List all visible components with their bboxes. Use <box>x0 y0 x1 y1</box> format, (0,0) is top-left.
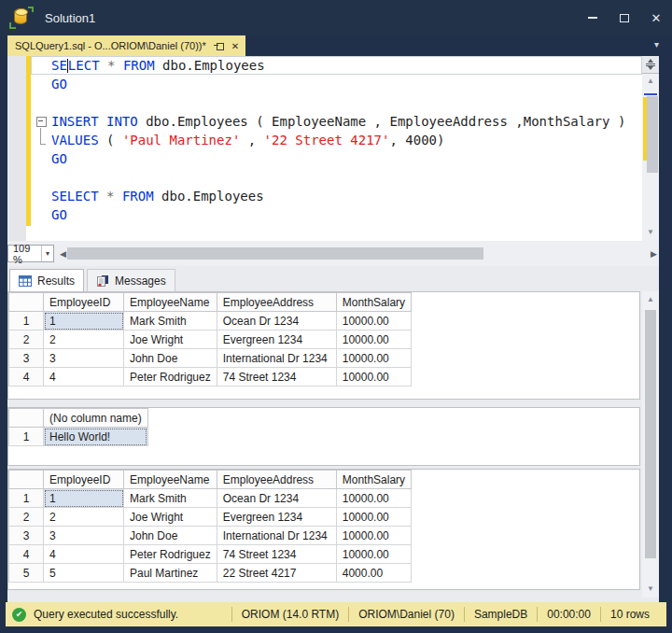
scroll-down-icon[interactable]: ▼ <box>642 584 659 594</box>
grid-cell[interactable]: Evergreen 1234 <box>217 508 336 527</box>
tab-messages[interactable]: Messages <box>87 269 175 291</box>
column-header[interactable]: MonthSalary <box>336 293 411 312</box>
grid-cell[interactable]: 4 <box>44 368 124 387</box>
column-header[interactable]: EmployeeAddress <box>217 471 336 489</box>
grid-cell[interactable]: 10000.00 <box>336 489 411 508</box>
grid-cell[interactable]: 2 <box>44 508 124 527</box>
grid-cell[interactable]: 74 Street 1234 <box>217 545 336 564</box>
grid-cell[interactable]: 10000.00 <box>336 508 411 527</box>
scroll-right-icon[interactable]: ▶ <box>651 249 657 259</box>
tab-list-dropdown-icon[interactable]: ▾ <box>654 39 659 49</box>
tab-results[interactable]: Results <box>9 269 84 291</box>
grid-cell[interactable]: Joe Wright <box>124 331 217 349</box>
grid-cell[interactable]: 3 <box>44 527 124 545</box>
grid-cell[interactable]: 4000.00 <box>336 564 411 583</box>
grid-cell[interactable]: Joe Wright <box>124 508 217 527</box>
selected-grid-cell[interactable]: Hello World! <box>44 428 148 446</box>
code-line[interactable]: SELECT * FROM dbo.Employees <box>31 187 642 205</box>
grid-cell[interactable]: 4 <box>44 545 124 564</box>
grid-corner-cell[interactable] <box>9 471 44 489</box>
column-header[interactable]: EmployeeAddress <box>217 293 336 312</box>
minimize-button[interactable] <box>577 0 609 35</box>
column-header[interactable]: (No column name) <box>44 409 148 428</box>
code-line[interactable] <box>31 93 642 112</box>
grid-cell[interactable]: 3 <box>44 349 124 368</box>
window-title: Solution1 <box>45 11 95 25</box>
row-header[interactable]: 1 <box>9 489 44 508</box>
column-header[interactable]: EmployeeName <box>124 471 217 489</box>
selected-grid-cell[interactable]: 1 <box>44 312 124 331</box>
row-header[interactable]: 1 <box>9 428 44 446</box>
scroll-down-icon[interactable]: ▼ <box>642 228 659 237</box>
code-line[interactable]: INSERT INTO dbo.Employees ( EmployeeName… <box>31 112 642 131</box>
grid-cell[interactable]: Peter Rodriguez <box>124 545 217 564</box>
zoom-level-select[interactable]: 109 % ▾ <box>7 245 54 262</box>
grid-cell[interactable]: 2 <box>44 331 124 349</box>
row-header[interactable]: 5 <box>9 564 44 583</box>
grid-cell[interactable]: 22 Street 4217 <box>217 564 336 583</box>
grid-corner-cell[interactable] <box>9 409 44 428</box>
grid-cell[interactable]: 74 Street 1234 <box>217 368 336 387</box>
scroll-left-icon[interactable]: ◀ <box>60 249 66 259</box>
grid-cell[interactable]: Evergreen 1234 <box>217 331 336 349</box>
grid-cell[interactable]: 10000.00 <box>336 368 411 387</box>
code-line[interactable]: GO <box>31 205 642 224</box>
tab-sqlquery1[interactable]: SQLQuery1.sql - O...ORIOM\Daniel (70))* … <box>7 35 245 56</box>
grid-cell[interactable]: 10000.00 <box>336 331 411 349</box>
editor-vertical-scrollbar[interactable]: ▲ ▼ <box>642 56 659 241</box>
tab-close-icon[interactable]: ✕ <box>231 41 239 51</box>
grid-cell[interactable]: International Dr 1234 <box>217 527 336 545</box>
grid-cell[interactable]: 10000.00 <box>336 312 411 331</box>
split-window-handle[interactable] <box>642 56 659 74</box>
grid-cell[interactable]: International Dr 1234 <box>217 349 336 368</box>
scroll-up-icon[interactable]: ▲ <box>642 77 659 86</box>
row-header[interactable]: 2 <box>9 508 44 527</box>
messages-icon <box>96 274 109 287</box>
grid-corner-cell[interactable] <box>9 293 44 312</box>
editor-scroll-thumb[interactable] <box>647 96 658 173</box>
grid-cell[interactable]: 10000.00 <box>336 349 411 368</box>
selected-grid-cell[interactable]: 1 <box>44 489 124 508</box>
grid-cell[interactable]: Ocean Dr 1234 <box>217 312 336 331</box>
grid-cell[interactable]: Paul Martinez <box>124 564 217 583</box>
messages-tab-label: Messages <box>115 274 166 288</box>
column-header[interactable]: EmployeeID <box>44 293 124 312</box>
row-header[interactable]: 4 <box>9 545 44 564</box>
close-button[interactable]: ✕ <box>640 0 672 35</box>
scrollbar-caret-marker <box>644 93 657 95</box>
pin-icon[interactable] <box>214 41 224 50</box>
results-vertical-scrollbar[interactable]: ▲ ▼ <box>642 291 659 598</box>
row-header[interactable]: 2 <box>9 331 44 349</box>
grid-cell[interactable]: Mark Smith <box>124 312 217 331</box>
success-check-icon: ✔ <box>12 608 26 622</box>
results-scroll-thumb[interactable] <box>645 310 656 558</box>
result-grid-2: (No column name)1Hello World! <box>7 407 640 466</box>
horizontal-scroll-thumb[interactable] <box>67 247 483 260</box>
row-header[interactable]: 4 <box>9 368 44 387</box>
grid-cell[interactable]: Peter Rodriguez <box>124 368 217 387</box>
row-header[interactable]: 3 <box>9 527 44 545</box>
code-line[interactable]: SELECT * FROM dbo.Employees <box>31 56 642 75</box>
scroll-up-icon[interactable]: ▲ <box>642 295 659 304</box>
grid-cell[interactable]: John Doe <box>124 527 217 545</box>
grid-cell[interactable]: John Doe <box>124 349 217 368</box>
grid-cell[interactable]: Mark Smith <box>124 489 217 508</box>
grid-cell[interactable]: 10000.00 <box>336 545 411 564</box>
grid-cell[interactable]: 10000.00 <box>336 527 411 545</box>
row-header[interactable]: 1 <box>9 312 44 331</box>
row-header[interactable]: 3 <box>9 349 44 368</box>
code-line[interactable] <box>31 168 642 187</box>
maximize-button[interactable] <box>609 0 640 35</box>
sql-editor[interactable]: SELECT * FROM dbo.EmployeesGOINSERT INTO… <box>7 56 659 241</box>
column-header[interactable]: MonthSalary <box>336 471 411 489</box>
column-header[interactable]: EmployeeName <box>124 293 217 312</box>
code-line[interactable]: GO <box>31 149 642 168</box>
grid-cell[interactable]: Ocean Dr 1234 <box>217 489 336 508</box>
zoom-dropdown-icon[interactable]: ▾ <box>41 246 53 261</box>
code-line[interactable]: GO <box>31 75 642 93</box>
column-header[interactable]: EmployeeID <box>44 471 124 489</box>
editor-text-area[interactable]: SELECT * FROM dbo.EmployeesGOINSERT INTO… <box>31 56 642 241</box>
grid-cell[interactable]: 5 <box>44 564 124 583</box>
status-item: SampleDB <box>464 607 537 622</box>
code-line[interactable]: VALUES ( 'Paul Martinez' , '22 Street 42… <box>31 131 642 149</box>
